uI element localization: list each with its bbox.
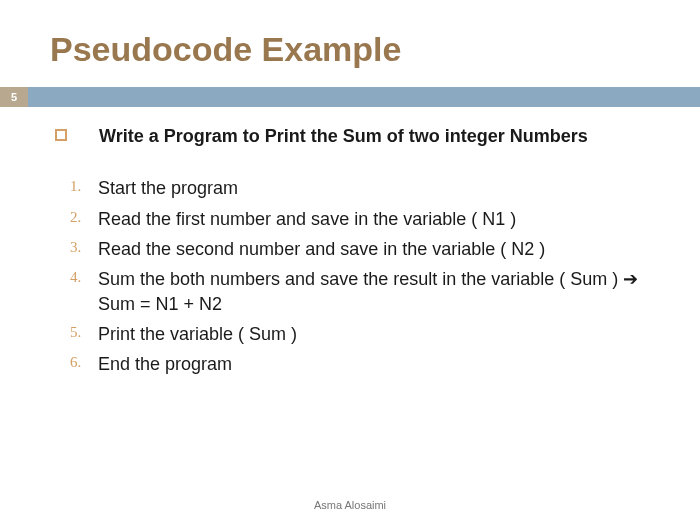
list-number: 5. [70, 322, 98, 341]
list-text: Read the second number and save in the v… [98, 237, 650, 261]
list-text: Read the first number and save in the va… [98, 207, 650, 231]
heading-row: Write a Program to Print the Sum of two … [55, 125, 650, 148]
bullet-icon [55, 129, 67, 141]
divider-bar: 5 [0, 87, 700, 107]
list-text: Sum the both numbers and save the result… [98, 267, 650, 316]
footer-author: Asma Alosaimi [0, 499, 700, 511]
content-area: Write a Program to Print the Sum of two … [0, 107, 700, 376]
list-item: 1. Start the program [70, 176, 650, 200]
list-text: Print the variable ( Sum ) [98, 322, 650, 346]
list-text: Start the program [98, 176, 650, 200]
list-number: 1. [70, 176, 98, 195]
heading-text: Write a Program to Print the Sum of two … [99, 125, 588, 148]
accent-bar [28, 87, 700, 107]
list-text: End the program [98, 352, 650, 376]
list-item: 4. Sum the both numbers and save the res… [70, 267, 650, 316]
list-item: 2. Read the first number and save in the… [70, 207, 650, 231]
list-number: 6. [70, 352, 98, 371]
list-number: 4. [70, 267, 98, 286]
list-number: 2. [70, 207, 98, 226]
slide-title: Pseudocode Example [0, 0, 700, 87]
list-number: 3. [70, 237, 98, 256]
list-item: 6. End the program [70, 352, 650, 376]
list-item: 5. Print the variable ( Sum ) [70, 322, 650, 346]
page-number: 5 [0, 87, 28, 107]
list-item: 3. Read the second number and save in th… [70, 237, 650, 261]
